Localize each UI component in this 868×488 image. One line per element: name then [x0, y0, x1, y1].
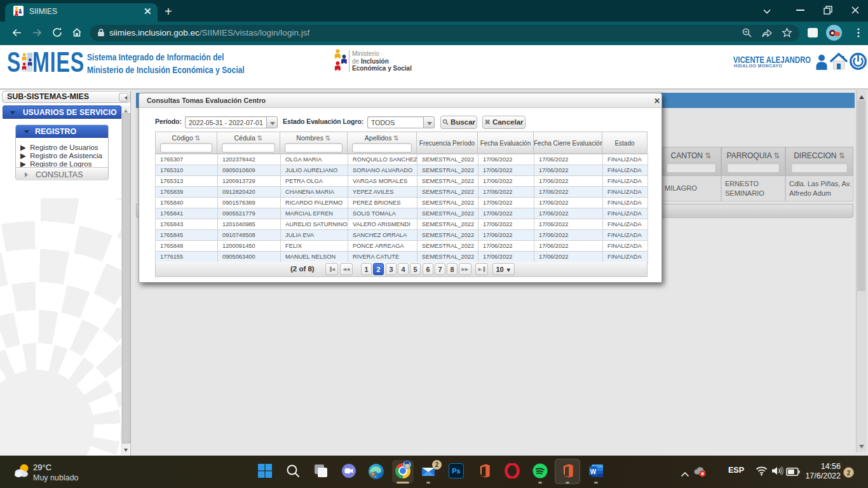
- svg-text:W: W: [590, 468, 597, 475]
